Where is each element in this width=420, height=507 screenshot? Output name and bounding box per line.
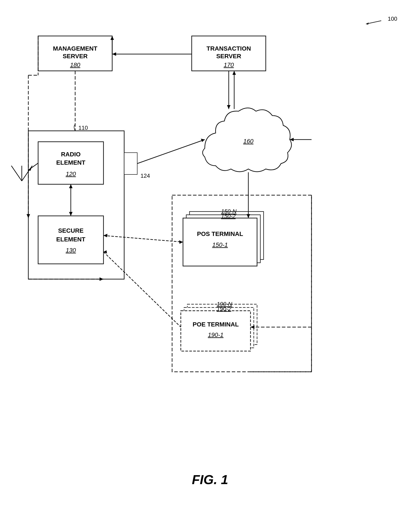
management-server-label1: MANAGEMENT (53, 45, 97, 52)
svg-marker-23 (179, 240, 183, 244)
poe-terminal-label1: POE TERMINAL (193, 321, 239, 328)
connector-block (124, 153, 137, 175)
svg-line-3 (11, 166, 22, 181)
svg-marker-10 (112, 52, 116, 56)
pos-terminal-ref: 150-1 (212, 241, 228, 248)
secure-element-label1: SECURE (58, 227, 84, 234)
poe-stack-ref-n: 190-N (217, 301, 232, 307)
device-ref: 110 (78, 125, 88, 131)
network-cloud: 160 (203, 108, 291, 172)
radio-element-label2: ELEMENT (56, 159, 85, 166)
diagram-container: 100 MANAGEMENT SERVER 180 TRANSACTION SE… (0, 0, 420, 507)
svg-marker-16 (201, 139, 205, 142)
radio-element-ref: 120 (66, 170, 76, 177)
figure-title: FIG. 1 (192, 472, 228, 487)
secure-element-ref: 130 (66, 247, 76, 254)
transaction-server-label1: TRANSACTION (207, 45, 251, 52)
poe-terminal-box (181, 311, 250, 351)
figure-ref: 100 (388, 15, 397, 22)
pos-stack-ref-n: 150-N (221, 208, 237, 215)
svg-line-15 (137, 140, 205, 163)
poe-terminal-ref: 190-1 (208, 331, 223, 338)
svg-line-25 (103, 252, 181, 327)
transaction-server-ref: 170 (224, 62, 234, 68)
secure-element-label2: ELEMENT (56, 236, 85, 243)
transaction-server-label2: SERVER (216, 53, 241, 60)
management-server-ref: 180 (70, 62, 80, 68)
svg-marker-6 (227, 105, 230, 109)
connector-ref: 124 (140, 172, 150, 179)
svg-marker-8 (233, 71, 236, 75)
management-server-label2: SERVER (63, 53, 88, 60)
svg-marker-1 (366, 22, 369, 25)
network-label: 160 (243, 138, 254, 145)
radio-element-label1: RADIO (61, 151, 81, 158)
pos-terminal-label1: POS TERMINAL (197, 231, 243, 237)
